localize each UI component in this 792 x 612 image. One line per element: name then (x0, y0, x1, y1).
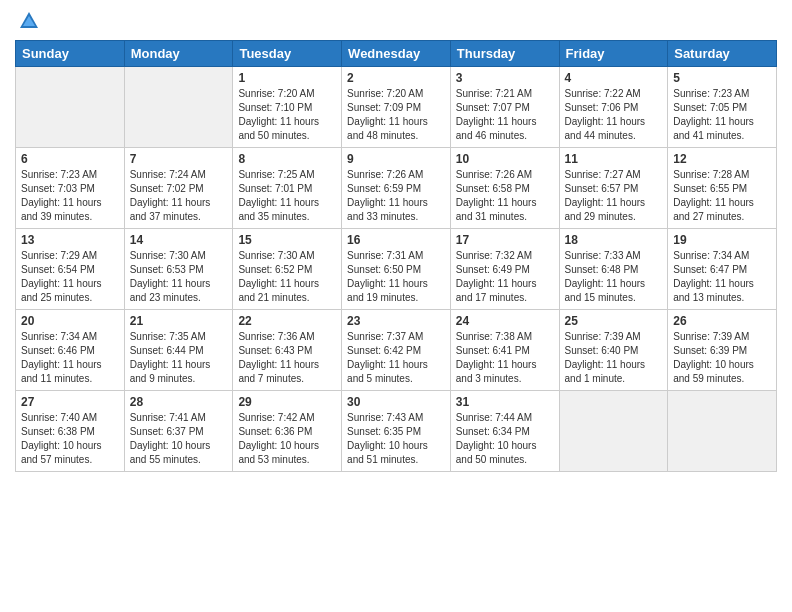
calendar-cell (16, 67, 125, 148)
day-number: 25 (565, 314, 663, 328)
day-info: Sunrise: 7:43 AM Sunset: 6:35 PM Dayligh… (347, 411, 445, 467)
calendar-cell: 8Sunrise: 7:25 AM Sunset: 7:01 PM Daylig… (233, 148, 342, 229)
calendar-cell: 24Sunrise: 7:38 AM Sunset: 6:41 PM Dayli… (450, 310, 559, 391)
day-number: 10 (456, 152, 554, 166)
calendar-cell: 27Sunrise: 7:40 AM Sunset: 6:38 PM Dayli… (16, 391, 125, 472)
calendar-cell: 11Sunrise: 7:27 AM Sunset: 6:57 PM Dayli… (559, 148, 668, 229)
calendar-cell: 9Sunrise: 7:26 AM Sunset: 6:59 PM Daylig… (342, 148, 451, 229)
calendar-cell (668, 391, 777, 472)
calendar-cell: 30Sunrise: 7:43 AM Sunset: 6:35 PM Dayli… (342, 391, 451, 472)
day-info: Sunrise: 7:39 AM Sunset: 6:40 PM Dayligh… (565, 330, 663, 386)
calendar-cell: 10Sunrise: 7:26 AM Sunset: 6:58 PM Dayli… (450, 148, 559, 229)
calendar-day-header: Sunday (16, 41, 125, 67)
day-info: Sunrise: 7:26 AM Sunset: 6:58 PM Dayligh… (456, 168, 554, 224)
calendar-table: SundayMondayTuesdayWednesdayThursdayFrid… (15, 40, 777, 472)
calendar-cell: 1Sunrise: 7:20 AM Sunset: 7:10 PM Daylig… (233, 67, 342, 148)
day-number: 5 (673, 71, 771, 85)
calendar-cell: 15Sunrise: 7:30 AM Sunset: 6:52 PM Dayli… (233, 229, 342, 310)
day-number: 24 (456, 314, 554, 328)
calendar-day-header: Tuesday (233, 41, 342, 67)
calendar-cell: 7Sunrise: 7:24 AM Sunset: 7:02 PM Daylig… (124, 148, 233, 229)
day-number: 3 (456, 71, 554, 85)
day-info: Sunrise: 7:31 AM Sunset: 6:50 PM Dayligh… (347, 249, 445, 305)
calendar-week-row: 20Sunrise: 7:34 AM Sunset: 6:46 PM Dayli… (16, 310, 777, 391)
day-number: 9 (347, 152, 445, 166)
day-number: 28 (130, 395, 228, 409)
calendar-week-row: 6Sunrise: 7:23 AM Sunset: 7:03 PM Daylig… (16, 148, 777, 229)
calendar-cell: 28Sunrise: 7:41 AM Sunset: 6:37 PM Dayli… (124, 391, 233, 472)
day-info: Sunrise: 7:32 AM Sunset: 6:49 PM Dayligh… (456, 249, 554, 305)
day-number: 15 (238, 233, 336, 247)
day-number: 31 (456, 395, 554, 409)
day-number: 11 (565, 152, 663, 166)
day-info: Sunrise: 7:36 AM Sunset: 6:43 PM Dayligh… (238, 330, 336, 386)
calendar-header-row: SundayMondayTuesdayWednesdayThursdayFrid… (16, 41, 777, 67)
calendar-cell: 31Sunrise: 7:44 AM Sunset: 6:34 PM Dayli… (450, 391, 559, 472)
calendar-day-header: Wednesday (342, 41, 451, 67)
day-info: Sunrise: 7:39 AM Sunset: 6:39 PM Dayligh… (673, 330, 771, 386)
day-number: 4 (565, 71, 663, 85)
day-info: Sunrise: 7:22 AM Sunset: 7:06 PM Dayligh… (565, 87, 663, 143)
day-info: Sunrise: 7:38 AM Sunset: 6:41 PM Dayligh… (456, 330, 554, 386)
calendar-cell: 26Sunrise: 7:39 AM Sunset: 6:39 PM Dayli… (668, 310, 777, 391)
day-info: Sunrise: 7:27 AM Sunset: 6:57 PM Dayligh… (565, 168, 663, 224)
day-info: Sunrise: 7:34 AM Sunset: 6:46 PM Dayligh… (21, 330, 119, 386)
calendar-cell (559, 391, 668, 472)
day-number: 21 (130, 314, 228, 328)
calendar-week-row: 13Sunrise: 7:29 AM Sunset: 6:54 PM Dayli… (16, 229, 777, 310)
day-number: 1 (238, 71, 336, 85)
calendar-cell: 13Sunrise: 7:29 AM Sunset: 6:54 PM Dayli… (16, 229, 125, 310)
day-info: Sunrise: 7:21 AM Sunset: 7:07 PM Dayligh… (456, 87, 554, 143)
day-number: 20 (21, 314, 119, 328)
day-info: Sunrise: 7:25 AM Sunset: 7:01 PM Dayligh… (238, 168, 336, 224)
day-info: Sunrise: 7:44 AM Sunset: 6:34 PM Dayligh… (456, 411, 554, 467)
day-number: 29 (238, 395, 336, 409)
day-info: Sunrise: 7:35 AM Sunset: 6:44 PM Dayligh… (130, 330, 228, 386)
calendar-cell: 29Sunrise: 7:42 AM Sunset: 6:36 PM Dayli… (233, 391, 342, 472)
calendar-cell (124, 67, 233, 148)
day-info: Sunrise: 7:26 AM Sunset: 6:59 PM Dayligh… (347, 168, 445, 224)
calendar-cell: 3Sunrise: 7:21 AM Sunset: 7:07 PM Daylig… (450, 67, 559, 148)
day-info: Sunrise: 7:20 AM Sunset: 7:10 PM Dayligh… (238, 87, 336, 143)
day-number: 27 (21, 395, 119, 409)
logo-icon (18, 10, 40, 32)
calendar-cell: 20Sunrise: 7:34 AM Sunset: 6:46 PM Dayli… (16, 310, 125, 391)
calendar-cell: 22Sunrise: 7:36 AM Sunset: 6:43 PM Dayli… (233, 310, 342, 391)
day-info: Sunrise: 7:20 AM Sunset: 7:09 PM Dayligh… (347, 87, 445, 143)
day-number: 8 (238, 152, 336, 166)
calendar-cell: 14Sunrise: 7:30 AM Sunset: 6:53 PM Dayli… (124, 229, 233, 310)
day-number: 23 (347, 314, 445, 328)
day-number: 7 (130, 152, 228, 166)
calendar-week-row: 1Sunrise: 7:20 AM Sunset: 7:10 PM Daylig… (16, 67, 777, 148)
logo (15, 10, 40, 32)
day-info: Sunrise: 7:30 AM Sunset: 6:52 PM Dayligh… (238, 249, 336, 305)
day-info: Sunrise: 7:40 AM Sunset: 6:38 PM Dayligh… (21, 411, 119, 467)
day-info: Sunrise: 7:28 AM Sunset: 6:55 PM Dayligh… (673, 168, 771, 224)
day-number: 17 (456, 233, 554, 247)
day-info: Sunrise: 7:41 AM Sunset: 6:37 PM Dayligh… (130, 411, 228, 467)
day-info: Sunrise: 7:30 AM Sunset: 6:53 PM Dayligh… (130, 249, 228, 305)
calendar-cell: 17Sunrise: 7:32 AM Sunset: 6:49 PM Dayli… (450, 229, 559, 310)
calendar-cell: 16Sunrise: 7:31 AM Sunset: 6:50 PM Dayli… (342, 229, 451, 310)
calendar-cell: 21Sunrise: 7:35 AM Sunset: 6:44 PM Dayli… (124, 310, 233, 391)
calendar-cell: 18Sunrise: 7:33 AM Sunset: 6:48 PM Dayli… (559, 229, 668, 310)
day-number: 19 (673, 233, 771, 247)
day-info: Sunrise: 7:24 AM Sunset: 7:02 PM Dayligh… (130, 168, 228, 224)
calendar-day-header: Friday (559, 41, 668, 67)
calendar-cell: 25Sunrise: 7:39 AM Sunset: 6:40 PM Dayli… (559, 310, 668, 391)
calendar-cell: 23Sunrise: 7:37 AM Sunset: 6:42 PM Dayli… (342, 310, 451, 391)
day-info: Sunrise: 7:37 AM Sunset: 6:42 PM Dayligh… (347, 330, 445, 386)
day-info: Sunrise: 7:33 AM Sunset: 6:48 PM Dayligh… (565, 249, 663, 305)
calendar-cell: 12Sunrise: 7:28 AM Sunset: 6:55 PM Dayli… (668, 148, 777, 229)
calendar-day-header: Saturday (668, 41, 777, 67)
day-info: Sunrise: 7:29 AM Sunset: 6:54 PM Dayligh… (21, 249, 119, 305)
day-number: 2 (347, 71, 445, 85)
day-number: 30 (347, 395, 445, 409)
calendar-day-header: Thursday (450, 41, 559, 67)
day-number: 13 (21, 233, 119, 247)
calendar-cell: 4Sunrise: 7:22 AM Sunset: 7:06 PM Daylig… (559, 67, 668, 148)
day-number: 14 (130, 233, 228, 247)
day-info: Sunrise: 7:23 AM Sunset: 7:03 PM Dayligh… (21, 168, 119, 224)
day-number: 16 (347, 233, 445, 247)
calendar-day-header: Monday (124, 41, 233, 67)
